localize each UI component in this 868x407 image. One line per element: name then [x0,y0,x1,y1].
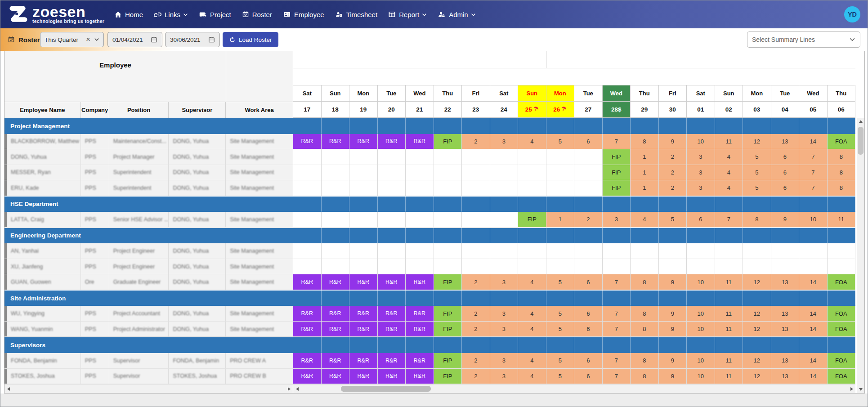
roster-cell[interactable]: 4 [518,274,546,290]
roster-cell[interactable] [631,259,659,275]
roster-cell[interactable]: 5 [743,180,771,196]
roster-cell[interactable]: 2 [462,306,490,322]
roster-cell[interactable]: 5 [546,353,575,369]
roster-cell[interactable] [406,212,434,228]
roster-cell[interactable]: 3 [490,306,519,322]
roster-cell[interactable] [322,212,350,228]
roster-cell[interactable] [293,243,322,259]
roster-cell[interactable]: R&R [378,353,406,369]
roster-cell[interactable]: 4 [715,180,743,196]
roster-cell[interactable] [349,212,378,228]
roster-cell[interactable]: 14 [799,322,828,337]
roster-cell[interactable]: 2 [659,149,687,165]
roster-cell[interactable]: 4 [518,322,546,337]
group-row-hse-department[interactable]: HSE Department [4,196,855,212]
roster-cell[interactable]: 1 [546,212,575,228]
roster-cell[interactable]: 13 [771,134,800,150]
roster-cell[interactable]: R&R [406,134,434,150]
roster-cell[interactable]: R&R [322,322,350,337]
roster-cell[interactable] [462,165,490,181]
roster-cell[interactable]: 3 [490,274,519,290]
roster-cell[interactable] [574,259,603,275]
roster-cell[interactable]: FIP [603,149,631,165]
summary-lines-select[interactable]: Select Summary Lines [747,31,860,48]
roster-cell[interactable]: 6 [771,165,800,181]
calendar-icon[interactable] [208,36,215,43]
roster-cell[interactable]: R&R [378,369,406,385]
roster-cell[interactable] [518,165,546,181]
horizontal-scroll-thumb[interactable] [341,386,431,392]
roster-cell[interactable]: R&R [293,134,322,150]
roster-cell[interactable]: R&R [378,322,406,337]
roster-cell[interactable] [434,243,462,259]
roster-cell[interactable]: R&R [349,306,378,322]
roster-cell[interactable] [518,180,546,196]
roster-cell[interactable]: R&R [349,353,378,369]
roster-cell[interactable]: 7 [799,180,828,196]
roster-cell[interactable]: 10 [687,369,715,385]
clear-icon[interactable]: × [82,35,94,44]
roster-cell[interactable] [406,180,434,196]
roster-cell[interactable] [490,243,519,259]
roster-cell[interactable]: 10 [687,274,715,290]
roster-cell[interactable] [799,259,828,275]
roster-cell[interactable] [349,259,378,275]
roster-cell[interactable]: FOA [828,369,856,385]
roster-cell[interactable]: 7 [715,212,743,228]
roster-cell[interactable] [659,259,687,275]
roster-cell[interactable]: R&R [349,322,378,337]
roster-cell[interactable]: R&R [406,353,434,369]
roster-cell[interactable]: 8 [828,149,856,165]
roster-cell[interactable]: R&R [406,322,434,337]
roster-cell[interactable]: R&R [406,306,434,322]
roster-cell[interactable] [518,243,546,259]
roster-cell[interactable]: FIP [603,180,631,196]
roster-cell[interactable]: R&R [378,306,406,322]
roster-cell[interactable]: R&R [322,306,350,322]
roster-cell[interactable]: 11 [715,134,743,150]
nav-item-roster[interactable]: Roster [242,11,272,18]
roster-cell[interactable]: R&R [378,274,406,290]
roster-cell[interactable]: 14 [799,306,828,322]
roster-cell[interactable]: 11 [715,306,743,322]
roster-cell[interactable]: 8 [828,165,856,181]
roster-cell[interactable]: 9 [659,322,687,337]
roster-cell[interactable]: 10 [687,306,715,322]
roster-cell[interactable]: 7 [603,322,631,337]
roster-cell[interactable] [406,165,434,181]
roster-cell[interactable] [349,149,378,165]
roster-cell[interactable] [378,259,406,275]
roster-cell[interactable]: 12 [743,322,771,337]
roster-cell[interactable]: 13 [771,322,800,337]
group-row-site-administration[interactable]: Site Administration [4,290,855,306]
nav-item-admin[interactable]: Admin [438,11,476,18]
roster-cell[interactable] [378,149,406,165]
roster-cell[interactable] [546,180,575,196]
roster-cell[interactable]: 8 [631,369,659,385]
roster-cell[interactable]: 2 [462,134,490,150]
roster-cell[interactable]: FIP [518,212,546,228]
roster-cell[interactable]: 7 [603,274,631,290]
scroll-left-arrow[interactable] [293,385,301,393]
roster-cell[interactable]: 2 [659,180,687,196]
roster-cell[interactable]: 6 [574,353,603,369]
roster-cell[interactable] [293,180,322,196]
roster-cell[interactable]: R&R [349,369,378,385]
roster-cell[interactable] [349,180,378,196]
roster-cell[interactable] [293,259,322,275]
roster-cell[interactable]: FOA [828,274,856,290]
roster-cell[interactable] [462,149,490,165]
roster-cell[interactable] [462,259,490,275]
roster-cell[interactable]: 9 [771,212,800,228]
roster-cell[interactable]: FIP [603,165,631,181]
roster-cell[interactable] [434,259,462,275]
roster-cell[interactable]: FOA [828,322,856,337]
roster-cell[interactable] [378,212,406,228]
scroll-down-arrow[interactable] [857,386,864,393]
roster-cell[interactable]: 4 [518,306,546,322]
roster-cell[interactable] [687,259,715,275]
roster-cell[interactable]: 7 [799,149,828,165]
roster-cell[interactable]: 7 [603,134,631,150]
roster-cell[interactable]: 6 [574,369,603,385]
quarter-select[interactable]: This Quarter × [40,32,104,47]
